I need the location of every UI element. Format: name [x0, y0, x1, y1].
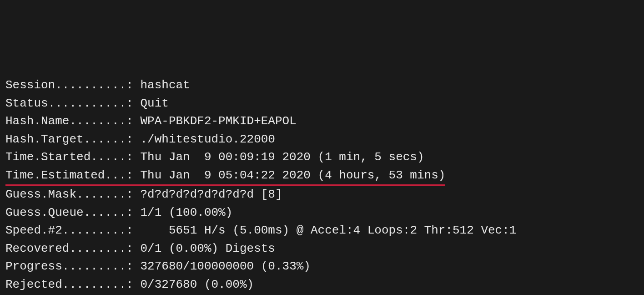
status-value: ./whitestudio.22000	[140, 132, 275, 146]
dots-separator: .........	[62, 224, 126, 237]
status-row: Progress.........: 327680/100000000 (0.3…	[5, 258, 639, 276]
status-label: Status	[5, 97, 48, 110]
status-row: Guess.Mask.......: ?d?d?d?d?d?d?d?d [8]	[5, 186, 639, 204]
status-label: Recovered	[5, 242, 69, 255]
dots-separator: .........	[62, 259, 126, 273]
colon-separator: :	[126, 97, 140, 110]
colon-separator: :	[126, 78, 140, 92]
dots-separator: ...	[105, 168, 126, 182]
status-row: Speed.#2.........: 5651 H/s (5.00ms) @ A…	[5, 222, 639, 240]
status-row: Guess.Queue......: 1/1 (100.00%)	[5, 204, 639, 222]
status-label: Guess.Queue	[5, 206, 84, 219]
status-value: 0/327680 (0.00%)	[140, 278, 254, 291]
colon-separator: :	[126, 132, 140, 146]
status-label: Session	[5, 78, 55, 92]
highlighted-row: Time.Estimated...: Thu Jan 9 05:04:22 20…	[5, 167, 445, 186]
status-row: Status...........: Quit	[5, 95, 639, 113]
dots-separator: ...........	[48, 97, 126, 110]
status-value: hashcat	[140, 78, 190, 92]
status-label: Hash.Name	[5, 114, 69, 128]
status-row: Session..........: hashcat	[5, 76, 639, 95]
status-value: WPA-PBKDF2-PMKID+EAPOL	[140, 114, 296, 128]
status-row: Recovered........: 0/1 (0.00%) Digests	[5, 240, 639, 258]
status-value: 327680/100000000 (0.33%)	[140, 259, 310, 273]
status-label: Guess.Mask	[5, 188, 76, 201]
colon-separator: :	[126, 188, 140, 201]
status-row: Hash.Name........: WPA-PBKDF2-PMKID+EAPO…	[5, 112, 639, 131]
status-label: Time.Estimated	[5, 168, 105, 182]
status-row: Hash.Target......: ./whitestudio.22000	[5, 131, 639, 149]
status-value: Thu Jan 9 05:04:22 2020 (4 hours, 53 min…	[140, 168, 445, 182]
colon-separator: :	[126, 224, 140, 237]
status-label: Hash.Target	[5, 132, 84, 146]
dots-separator: ......	[84, 206, 126, 219]
colon-separator: :	[126, 278, 140, 291]
dots-separator: .....	[91, 150, 126, 164]
status-value: Quit	[140, 97, 168, 110]
status-row: Time.Started.....: Thu Jan 9 00:09:19 20…	[5, 148, 639, 167]
dots-separator: ..........	[55, 78, 126, 92]
status-value: 0/1 (0.00%) Digests	[140, 242, 275, 255]
status-row: Time.Estimated...: Thu Jan 9 05:04:22 20…	[5, 167, 639, 186]
dots-separator: .........	[62, 278, 126, 291]
status-value: 5651 H/s (5.00ms) @ Accel:4 Loops:2 Thr:…	[140, 224, 516, 237]
colon-separator: :	[126, 114, 140, 128]
status-value: Thu Jan 9 00:09:19 2020 (1 min, 5 secs)	[140, 150, 424, 164]
terminal-output: Session..........: hashcatStatus........…	[5, 76, 639, 295]
dots-separator: ........	[69, 114, 126, 128]
status-value: 1/1 (100.00%)	[140, 206, 232, 219]
colon-separator: :	[126, 168, 140, 182]
status-value: ?d?d?d?d?d?d?d?d [8]	[140, 188, 282, 201]
colon-separator: :	[126, 242, 140, 255]
dots-separator: ......	[84, 132, 126, 146]
colon-separator: :	[126, 206, 140, 219]
status-label: Rejected	[5, 278, 62, 291]
status-label: Progress	[5, 259, 62, 273]
status-label: Time.Started	[5, 150, 91, 164]
colon-separator: :	[126, 259, 140, 273]
status-label: Speed.#2	[5, 224, 62, 237]
dots-separator: ........	[69, 242, 126, 255]
colon-separator: :	[126, 150, 140, 164]
dots-separator: .......	[76, 188, 126, 201]
status-row: Rejected.........: 0/327680 (0.00%)	[5, 276, 639, 294]
